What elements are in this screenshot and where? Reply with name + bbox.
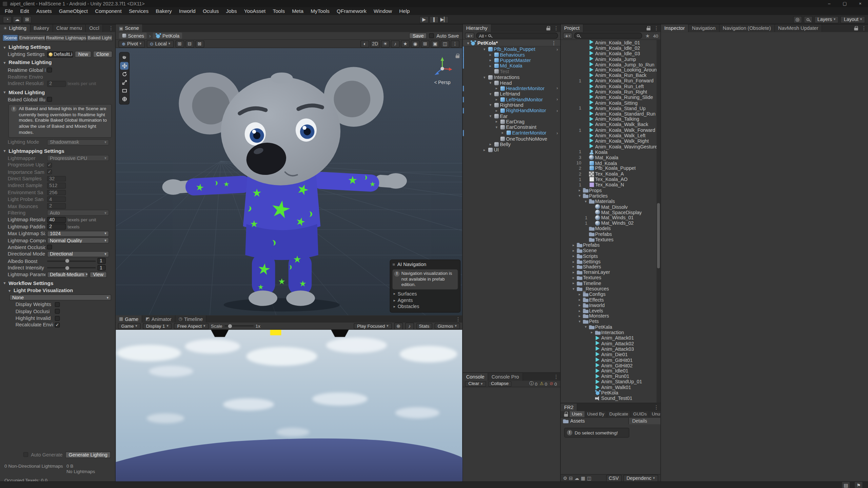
project-item[interactable]: Anim_GitHit02: [561, 363, 660, 368]
game-viewport[interactable]: [116, 330, 462, 481]
open-prefab-icon[interactable]: ›: [556, 86, 558, 91]
settings-icon[interactable]: ⚙: [563, 475, 567, 481]
menu-item[interactable]: Tools: [269, 7, 289, 15]
hierarchy-search[interactable]: All: [476, 33, 558, 39]
checkbox[interactable]: [47, 245, 52, 250]
tab[interactable]: Inspector: [661, 24, 689, 32]
scene-menu-icon[interactable]: ⋮: [451, 40, 459, 47]
project-item[interactable]: 1Anim_Koala_Stand_Up: [561, 105, 660, 111]
expand-arrow-icon[interactable]: ▸: [577, 303, 582, 307]
effects-icon[interactable]: ★: [401, 40, 410, 47]
section-header[interactable]: ▼Realtime Lighting: [0, 59, 115, 67]
expand-arrow-icon[interactable]: ▾: [577, 194, 582, 198]
play-button[interactable]: [419, 16, 429, 23]
tab[interactable]: ▦Game: [116, 316, 142, 323]
panel-menu-icon[interactable]: ⋮: [454, 316, 462, 323]
expand-arrow-icon[interactable]: ▸: [590, 330, 594, 335]
expand-arrow-icon[interactable]: ▸: [571, 270, 576, 274]
dropdown[interactable]: Default-Medium: [47, 272, 88, 278]
value-field[interactable]: 2: [47, 203, 66, 209]
project-item[interactable]: PetKola: [561, 390, 660, 395]
collapse-toggle[interactable]: Collapse: [488, 381, 511, 386]
menu-item[interactable]: Bakery: [152, 7, 175, 15]
project-item[interactable]: Anim_Koala_Runing_Slide: [561, 95, 660, 100]
tab-fr2[interactable]: FR2: [561, 403, 577, 411]
hierarchy-item[interactable]: ▾Head: [463, 80, 560, 85]
tab-hierarchy[interactable]: Hierarchy: [463, 24, 491, 32]
expand-arrow-icon[interactable]: ▸: [494, 86, 499, 90]
section-header[interactable]: ▼Lighting Settings: [0, 43, 115, 51]
lock-icon[interactable]: [456, 53, 459, 59]
services-icon[interactable]: ⊞: [23, 16, 32, 23]
menu-item[interactable]: Help: [396, 7, 413, 15]
lighting-mode-tab[interactable]: Environment: [19, 34, 46, 41]
project-item[interactable]: ▸TerrainLayer: [561, 270, 660, 275]
projection-label[interactable]: < Persp: [429, 80, 455, 85]
scene-audio-icon[interactable]: ♪: [391, 40, 400, 47]
expand-arrow-icon[interactable]: ▾: [482, 47, 487, 52]
project-item[interactable]: 2Tex_Koala_A: [561, 171, 660, 177]
project-item[interactable]: 10Md_Koala: [561, 160, 660, 166]
mute-audio-icon[interactable]: ♪: [405, 322, 414, 329]
slider[interactable]: [47, 258, 96, 264]
checkbox[interactable]: ✓: [55, 323, 60, 328]
project-item[interactable]: Mat_Dissolv: [561, 204, 660, 209]
expand-arrow-icon[interactable]: ▸: [500, 131, 505, 135]
project-item[interactable]: Anim_Koala_Walk_Back: [561, 122, 660, 127]
project-item[interactable]: 2Pfb_Koala_Puppet: [561, 166, 660, 171]
console-log-list[interactable]: [463, 387, 560, 482]
expand-arrow-icon[interactable]: ▾: [488, 92, 493, 96]
pause-button[interactable]: [429, 16, 439, 23]
tab[interactable]: Occl: [86, 24, 103, 32]
hierarchy-item[interactable]: ▸PuppetMaster: [463, 58, 560, 63]
increment-snap-icon[interactable]: ⊟: [185, 40, 194, 47]
panel-menu-icon[interactable]: ⋮: [652, 24, 660, 32]
expand-arrow-icon[interactable]: ▸: [571, 265, 576, 269]
menu-item[interactable]: GameObject: [55, 7, 91, 15]
expand-arrow-icon[interactable]: ▾: [482, 75, 487, 79]
project-item[interactable]: ▾Materials: [561, 199, 660, 204]
panel-menu-icon[interactable]: ⋮: [652, 403, 660, 411]
expand-arrow-icon[interactable]: ▸: [488, 53, 493, 57]
object-field[interactable]: DefaultLightin: [47, 51, 73, 57]
save-button[interactable]: Save: [409, 33, 427, 39]
expand-arrow-icon[interactable]: ▸: [571, 248, 576, 253]
console-count-badge[interactable]: ⚠0: [538, 381, 548, 387]
clear-dropdown[interactable]: Clear: [465, 381, 486, 386]
expand-arrow-icon[interactable]: ▸: [494, 108, 499, 113]
project-item[interactable]: Anim_Koala_Idle_03: [561, 51, 660, 56]
split-view-icon[interactable]: ◫: [441, 40, 450, 47]
dropdown[interactable]: Shadowmask: [47, 139, 109, 145]
slider-knob[interactable]: [228, 324, 232, 328]
collapse-icon[interactable]: ⊟: [569, 475, 573, 481]
gizmos-dropdown[interactable]: Gizmos: [434, 323, 460, 329]
project-item[interactable]: Anim_Koala_Jump: [561, 56, 660, 62]
lighting-mode-tab[interactable]: Realtime Lightmaps: [46, 34, 87, 41]
panel-menu-icon[interactable]: ⋮: [552, 24, 560, 32]
lock-icon[interactable]: [645, 24, 652, 32]
tab[interactable]: GUIDs: [631, 411, 650, 417]
expand-arrow-icon[interactable]: ▸: [488, 64, 493, 68]
rotate-tool[interactable]: [120, 70, 128, 78]
expand-arrow-icon[interactable]: ▸: [482, 147, 487, 152]
pivot-dropdown[interactable]: Pivot: [118, 40, 145, 47]
console-count-badge[interactable]: ⊘0: [548, 381, 558, 387]
slider[interactable]: [47, 265, 96, 271]
project-item[interactable]: Anim_Koala_Idle_01: [561, 40, 660, 45]
capture-icon[interactable]: ⊛: [394, 322, 403, 329]
section-header[interactable]: ▼Workflow Settings: [0, 279, 115, 287]
project-search[interactable]: [574, 33, 642, 39]
project-item[interactable]: 1Mat_Winds_02: [561, 220, 660, 226]
prefab-stage-header[interactable]: ▾ PetKola* ⋮: [463, 40, 560, 47]
grid-snap-icon[interactable]: ⊞: [175, 40, 184, 47]
project-item[interactable]: Anim_Koala_Walk_Left: [561, 133, 660, 138]
value-field[interactable]: 4: [47, 196, 66, 202]
project-item[interactable]: ▸Monsters: [561, 313, 660, 319]
hierarchy-item[interactable]: ▸Behaviours: [463, 52, 560, 58]
checkbox[interactable]: [55, 302, 60, 307]
dropdown[interactable]: Normal Quality: [47, 237, 109, 243]
project-item[interactable]: ▾Particles: [561, 193, 660, 199]
expand-arrow-icon[interactable]: ▸: [577, 308, 582, 313]
auto-save-checkbox[interactable]: [429, 33, 434, 38]
expand-arrow-icon[interactable]: ▾: [571, 287, 576, 291]
